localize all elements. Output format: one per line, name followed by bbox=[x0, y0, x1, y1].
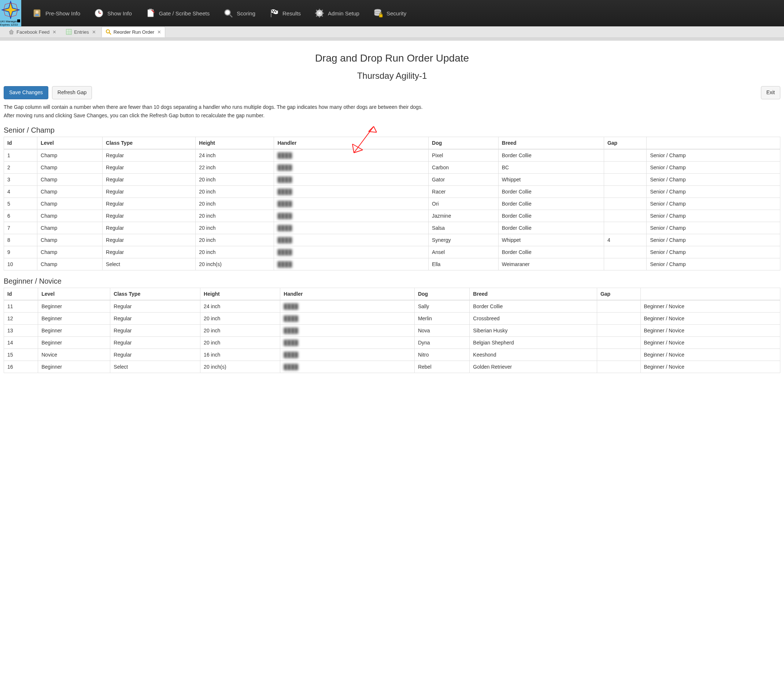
col-header[interactable] bbox=[640, 288, 780, 300]
app-logo[interactable]: UKI Manager Expires 12/22 bbox=[0, 0, 21, 27]
nav-item-pre-show-info[interactable]: Pre-Show Info bbox=[32, 0, 80, 27]
top-nav: UKI Manager Expires 12/22 Pre-Show InfoS… bbox=[0, 0, 784, 27]
table-row[interactable]: 4ChampRegular20 inch████RacerBorder Coll… bbox=[4, 186, 780, 198]
col-header[interactable]: Gap bbox=[597, 288, 640, 300]
col-header[interactable]: Level bbox=[38, 288, 110, 300]
nav-item-admin-setup[interactable]: Admin Setup bbox=[315, 0, 359, 27]
cell-level: Champ bbox=[37, 149, 103, 162]
action-button-row: Save Changes Refresh Gap Exit bbox=[4, 86, 780, 99]
cell-breed: Border Collie bbox=[498, 222, 604, 234]
cell-dog: Nitro bbox=[414, 349, 469, 360]
cell-id: 6 bbox=[4, 210, 37, 222]
col-header[interactable]: Id bbox=[4, 288, 38, 300]
svg-rect-31 bbox=[379, 14, 383, 17]
col-header[interactable]: Id bbox=[4, 137, 37, 149]
table-row[interactable]: 15NoviceRegular16 inch████NitroKeeshondB… bbox=[4, 349, 780, 360]
refresh-gap-button[interactable]: Refresh Gap bbox=[52, 86, 92, 99]
table-row[interactable]: 1ChampRegular24 inch████PixelBorder Coll… bbox=[4, 149, 780, 162]
svg-line-38 bbox=[109, 33, 111, 34]
cell-handler: ████ bbox=[274, 246, 429, 258]
table-row[interactable]: 12BeginnerRegular20 inch████MerlinCrossb… bbox=[4, 312, 780, 324]
cell-dog: Jazmine bbox=[429, 210, 499, 222]
col-header[interactable]: Dog bbox=[429, 137, 499, 149]
cell-height: 20 inch bbox=[201, 312, 280, 324]
svg-line-27 bbox=[322, 10, 323, 11]
col-header[interactable]: Class Type bbox=[110, 288, 201, 300]
nav-item-results[interactable]: Results bbox=[269, 0, 301, 27]
col-header[interactable]: Height bbox=[201, 288, 280, 300]
cell-dog: Racer bbox=[429, 186, 499, 198]
cell-breed: Weimaraner bbox=[498, 258, 604, 270]
col-header[interactable]: Breed bbox=[470, 288, 597, 300]
cell-handler: ████ bbox=[280, 324, 415, 337]
cell-gap bbox=[597, 349, 640, 360]
cell-dog: Dyna bbox=[414, 337, 469, 349]
col-header[interactable]: Handler bbox=[274, 137, 429, 149]
table-row[interactable]: 9ChampRegular20 inch████AnselBorder Coll… bbox=[4, 246, 780, 258]
clock-icon bbox=[94, 8, 104, 18]
table-row[interactable]: 7ChampRegular20 inch████SalsaBorder Coll… bbox=[4, 222, 780, 234]
cell-class: Regular bbox=[110, 349, 201, 360]
page-content: Drag and Drop Run Order Update Thursday … bbox=[0, 41, 784, 384]
col-header[interactable]: Handler bbox=[280, 288, 415, 300]
cell-breed: Border Collie bbox=[498, 246, 604, 258]
save-button[interactable]: Save Changes bbox=[4, 86, 48, 99]
cell-class: Regular bbox=[103, 173, 196, 186]
close-icon[interactable]: ✕ bbox=[52, 29, 56, 35]
tab-facebook-feed[interactable]: Facebook Feed✕ bbox=[5, 27, 61, 37]
clipboard-icon bbox=[146, 8, 156, 18]
cell-gap bbox=[604, 222, 647, 234]
cell-gap bbox=[604, 246, 647, 258]
cell-height: 20 inch bbox=[196, 186, 274, 198]
run-order-table: IdLevelClass TypeHeightHandlerDogBreedGa… bbox=[4, 137, 780, 270]
svg-line-28 bbox=[316, 16, 317, 17]
col-header[interactable]: Height bbox=[196, 137, 274, 149]
nav-item-scoring[interactable]: Scoring bbox=[224, 0, 255, 27]
nav-label: Security bbox=[386, 10, 406, 17]
col-header[interactable]: Level bbox=[37, 137, 103, 149]
close-icon[interactable]: ✕ bbox=[157, 29, 161, 35]
svg-rect-17 bbox=[273, 11, 274, 12]
col-header[interactable]: Class Type bbox=[103, 137, 196, 149]
cell-id: 2 bbox=[4, 161, 37, 173]
nav-label: Gate / Scribe Sheets bbox=[159, 10, 210, 17]
cell-dog: Pixel bbox=[429, 149, 499, 162]
table-row[interactable]: 5ChampRegular20 inch████OriBorder Collie… bbox=[4, 198, 780, 210]
cell-dog: Ori bbox=[429, 198, 499, 210]
cell-group: Senior / Champ bbox=[647, 173, 780, 186]
nav-item-show-info[interactable]: Show Info bbox=[94, 0, 132, 27]
cell-level: Champ bbox=[37, 258, 103, 270]
table-row[interactable]: 11BeginnerRegular24 inch████SallyBorder … bbox=[4, 300, 780, 313]
table-row[interactable]: 8ChampRegular20 inch████SynergyWhippet4S… bbox=[4, 234, 780, 246]
cell-class: Regular bbox=[103, 149, 196, 162]
cell-handler: ████ bbox=[274, 173, 429, 186]
tab-reorder-run-order[interactable]: Reorder Run Order✕ bbox=[101, 27, 165, 37]
tab-entries[interactable]: Entries✕ bbox=[62, 27, 100, 37]
table-row[interactable]: 16BeginnerSelect20 inch(s)████RebelGolde… bbox=[4, 360, 780, 373]
cell-group: Beginner / Novice bbox=[640, 312, 780, 324]
col-header[interactable]: Breed bbox=[498, 137, 604, 149]
cell-group: Senior / Champ bbox=[647, 210, 780, 222]
cell-height: 20 inch(s) bbox=[201, 360, 280, 373]
nav-item-gate-scribe-sheets[interactable]: Gate / Scribe Sheets bbox=[146, 0, 210, 27]
table-row[interactable]: 10ChampSelect20 inch(s)████EllaWeimarane… bbox=[4, 258, 780, 270]
table-row[interactable]: 3ChampRegular20 inch████GatorWhippetSeni… bbox=[4, 173, 780, 186]
table-row[interactable]: 2ChampRegular22 inch████CarbonBCSenior /… bbox=[4, 161, 780, 173]
cell-breed: Keeshond bbox=[470, 349, 597, 360]
close-icon[interactable]: ✕ bbox=[92, 29, 96, 35]
col-header[interactable] bbox=[647, 137, 780, 149]
nav-label: Pre-Show Info bbox=[45, 10, 80, 17]
col-header[interactable]: Gap bbox=[604, 137, 647, 149]
cell-dog: Gator bbox=[429, 173, 499, 186]
exit-button[interactable]: Exit bbox=[761, 86, 780, 99]
cell-gap: 4 bbox=[604, 234, 647, 246]
col-header[interactable]: Dog bbox=[414, 288, 469, 300]
cell-level: Beginner bbox=[38, 324, 110, 337]
table-row[interactable]: 6ChampRegular20 inch████JazmineBorder Co… bbox=[4, 210, 780, 222]
table-row[interactable]: 14BeginnerRegular20 inch████DynaBelgian … bbox=[4, 337, 780, 349]
cell-id: 15 bbox=[4, 349, 38, 360]
run-order-table: IdLevelClass TypeHeightHandlerDogBreedGa… bbox=[4, 288, 780, 373]
table-row[interactable]: 13BeginnerRegular20 inch████NovaSiberian… bbox=[4, 324, 780, 337]
nav-item-security[interactable]: Security bbox=[373, 0, 406, 27]
svg-rect-15 bbox=[272, 10, 273, 11]
